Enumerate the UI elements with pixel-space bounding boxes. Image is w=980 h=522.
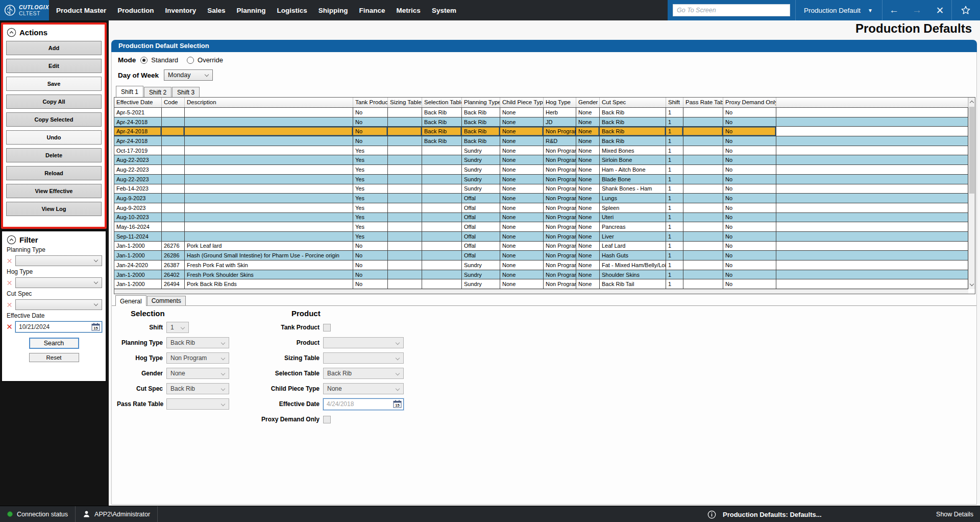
cell[interactable]: None: [576, 260, 600, 270]
cell[interactable]: None: [576, 175, 600, 184]
cell[interactable]: No: [353, 251, 388, 260]
cell[interactable]: No: [723, 279, 776, 289]
pass-rate-table-select[interactable]: [166, 398, 229, 410]
cell[interactable]: Non Program: [544, 155, 576, 165]
cell[interactable]: 1: [666, 127, 683, 136]
cell[interactable]: None: [500, 279, 544, 289]
cell[interactable]: [683, 127, 723, 136]
cell[interactable]: [683, 117, 723, 127]
table-row[interactable]: Oct-17-2019YesSundryNoneNon ProgramNoneM…: [114, 146, 968, 156]
copy-all-button[interactable]: Copy All: [6, 94, 102, 109]
cell[interactable]: Shank Bones - Ham: [600, 184, 666, 194]
tab-shift-3[interactable]: Shift 3: [172, 87, 200, 97]
tab-shift-2[interactable]: Shift 2: [144, 87, 172, 97]
cell[interactable]: Sundry: [462, 270, 500, 280]
cell[interactable]: [683, 232, 723, 242]
cell[interactable]: Non Program: [544, 260, 576, 270]
sizing-table-select[interactable]: [323, 352, 404, 364]
calendar-icon[interactable]: 15: [91, 323, 100, 331]
cell[interactable]: 1: [666, 251, 683, 260]
cell[interactable]: [683, 251, 723, 260]
cell[interactable]: Back Rib: [462, 117, 500, 127]
cell[interactable]: Yes: [353, 203, 388, 213]
cell[interactable]: None: [500, 213, 544, 223]
cell[interactable]: [388, 279, 422, 289]
cell[interactable]: Back Rib: [422, 127, 462, 136]
cell[interactable]: 1: [666, 222, 683, 232]
cell[interactable]: [422, 260, 462, 270]
cell[interactable]: Hash (Ground Small Intestine) for Pharm …: [185, 251, 353, 260]
cell[interactable]: [776, 203, 968, 213]
cell[interactable]: No: [723, 232, 776, 242]
cell[interactable]: Sundry: [462, 146, 500, 156]
cell[interactable]: [776, 260, 968, 270]
cell[interactable]: Fat - Mixed Ham/Belly/Loin: [600, 260, 666, 270]
cell[interactable]: None: [500, 155, 544, 165]
table-row[interactable]: Apr-24-2018NoBack RibBack RibNoneNon Pro…: [114, 127, 968, 136]
cell[interactable]: [388, 213, 422, 223]
cell[interactable]: [776, 242, 968, 251]
cell[interactable]: 1: [666, 184, 683, 194]
cell[interactable]: No: [353, 136, 388, 146]
cell[interactable]: [776, 194, 968, 203]
cell[interactable]: Liver: [600, 232, 666, 242]
cell[interactable]: Yes: [353, 213, 388, 223]
child-piece-type-select[interactable]: None: [323, 383, 404, 394]
cell[interactable]: 26494: [162, 279, 185, 289]
cell[interactable]: [683, 194, 723, 203]
cell[interactable]: No: [723, 127, 776, 136]
cell[interactable]: None: [500, 251, 544, 260]
cell[interactable]: [388, 184, 422, 194]
table-row[interactable]: Aug-9-2023YesOffalNoneNon ProgramNoneLun…: [114, 194, 968, 203]
cell[interactable]: [422, 194, 462, 203]
cell[interactable]: No: [353, 260, 388, 270]
cell[interactable]: Sundry: [462, 260, 500, 270]
cell[interactable]: Non Program: [544, 203, 576, 213]
clear-filter-icon[interactable]: ✕: [6, 301, 13, 309]
cut-spec-filter-select[interactable]: [15, 299, 102, 310]
cell[interactable]: Offal: [462, 203, 500, 213]
cell[interactable]: None: [576, 184, 600, 194]
cut-spec-select[interactable]: Back Rib: [166, 383, 229, 394]
cell[interactable]: None: [500, 203, 544, 213]
cell[interactable]: 26276: [162, 242, 185, 251]
clear-filter-icon[interactable]: ✕: [6, 257, 13, 265]
cell[interactable]: Jan-1-2000: [114, 251, 162, 260]
cell[interactable]: [162, 222, 185, 232]
cell[interactable]: [683, 213, 723, 223]
cell[interactable]: Jan-1-2000: [114, 242, 162, 251]
cell[interactable]: [683, 270, 723, 280]
cell[interactable]: No: [723, 155, 776, 165]
reload-button[interactable]: Reload: [6, 166, 102, 180]
cell[interactable]: Pork Back Rib Ends: [185, 279, 353, 289]
cell[interactable]: Jan-24-2020: [114, 260, 162, 270]
cell[interactable]: Non Program: [544, 213, 576, 223]
cell[interactable]: [422, 213, 462, 223]
cell[interactable]: [162, 175, 185, 184]
cell[interactable]: [683, 260, 723, 270]
cell[interactable]: Yes: [353, 232, 388, 242]
cell[interactable]: Sundry: [462, 175, 500, 184]
cell[interactable]: No: [723, 203, 776, 213]
cell[interactable]: [388, 242, 422, 251]
cell[interactable]: [185, 127, 353, 136]
cell[interactable]: 1: [666, 155, 683, 165]
table-row[interactable]: May-16-2024YesOffalNoneNon ProgramNonePa…: [114, 222, 968, 232]
cell[interactable]: Back Rib: [462, 108, 500, 117]
cell[interactable]: No: [723, 175, 776, 184]
add-button[interactable]: Add: [6, 41, 102, 55]
cell[interactable]: Back Rib: [422, 117, 462, 127]
cell[interactable]: None: [500, 232, 544, 242]
cell[interactable]: No: [723, 251, 776, 260]
table-row[interactable]: Sep-11-2024YesOffalNoneNon ProgramNoneLi…: [114, 232, 968, 242]
cell[interactable]: Fresh Pork Shoulder Skins: [185, 270, 353, 280]
cell[interactable]: [422, 279, 462, 289]
cell[interactable]: [388, 251, 422, 260]
cell[interactable]: Non Program: [544, 184, 576, 194]
column-header-sizing-table[interactable]: Sizing Table: [388, 98, 422, 107]
search-button[interactable]: Search: [29, 338, 79, 349]
menu-item-metrics[interactable]: Metrics: [397, 7, 421, 14]
cell[interactable]: 1: [666, 213, 683, 223]
cell[interactable]: 1: [666, 136, 683, 146]
table-row[interactable]: Jan-1-200026402Fresh Pork Shoulder Skins…: [114, 270, 968, 280]
